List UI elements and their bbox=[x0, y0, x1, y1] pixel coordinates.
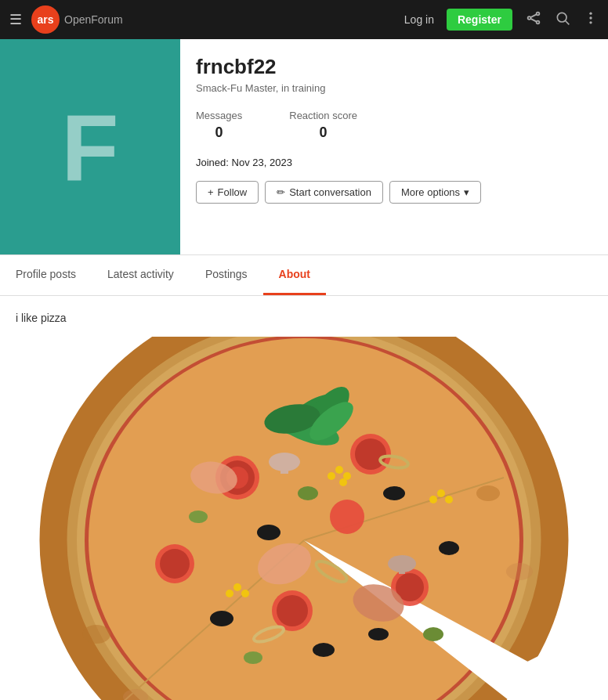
profile-stats: Messages 0 Reaction score 0 bbox=[196, 110, 592, 141]
svg-point-54 bbox=[437, 489, 445, 497]
svg-point-39 bbox=[298, 486, 318, 500]
svg-point-32 bbox=[330, 500, 364, 534]
search-icon[interactable] bbox=[555, 10, 570, 30]
svg-point-41 bbox=[423, 627, 443, 641]
logo-circle: ars bbox=[31, 5, 60, 34]
register-button[interactable]: Register bbox=[447, 9, 512, 31]
svg-line-4 bbox=[530, 18, 536, 21]
joined-label: Joined: bbox=[196, 157, 229, 168]
pizza-svg bbox=[18, 337, 590, 700]
plus-icon: + bbox=[208, 186, 214, 198]
login-link[interactable]: Log in bbox=[404, 13, 434, 26]
svg-point-49 bbox=[328, 472, 335, 480]
messages-value: 0 bbox=[196, 124, 242, 141]
tab-postings[interactable]: Postings bbox=[190, 255, 263, 295]
messages-label: Messages bbox=[196, 110, 242, 121]
svg-point-31 bbox=[277, 595, 308, 626]
svg-point-40 bbox=[189, 511, 208, 523]
svg-point-56 bbox=[429, 496, 437, 503]
svg-point-27 bbox=[160, 549, 190, 579]
tab-profile-posts[interactable]: Profile posts bbox=[0, 255, 92, 295]
reaction-value: 0 bbox=[289, 124, 357, 141]
svg-point-25 bbox=[355, 438, 386, 470]
content-area: i like pizza bbox=[0, 296, 608, 700]
avatar-letter: F bbox=[61, 100, 118, 194]
pizza-image bbox=[18, 337, 590, 700]
follow-label: Follow bbox=[218, 186, 248, 198]
svg-point-2 bbox=[537, 20, 540, 23]
navbar-right: Log in Register bbox=[404, 9, 599, 31]
svg-point-34 bbox=[383, 486, 405, 500]
svg-point-50 bbox=[339, 478, 347, 486]
svg-point-47 bbox=[335, 466, 343, 474]
tab-latest-activity[interactable]: Latest activity bbox=[92, 255, 190, 295]
tabs-bar: Profile posts Latest activity Postings A… bbox=[0, 255, 608, 296]
more-icon[interactable] bbox=[583, 10, 599, 30]
more-options-button[interactable]: More options ▾ bbox=[389, 181, 481, 204]
svg-point-35 bbox=[210, 611, 233, 626]
avatar: F bbox=[0, 39, 180, 254]
tab-about[interactable]: About bbox=[263, 255, 326, 295]
svg-point-5 bbox=[557, 13, 566, 22]
svg-point-8 bbox=[589, 16, 592, 19]
navbar: ☰ ars OpenForum Log in Register bbox=[0, 0, 608, 39]
logo-link[interactable]: ars OpenForum bbox=[31, 5, 123, 34]
navbar-left: ☰ ars OpenForum bbox=[9, 5, 123, 34]
svg-point-9 bbox=[589, 21, 592, 23]
reaction-stat: Reaction score 0 bbox=[289, 110, 357, 141]
profile-actions: + Follow ✏ Start conversation More optio… bbox=[196, 181, 592, 216]
svg-point-36 bbox=[439, 541, 459, 555]
profile-joined: Joined: Nov 23, 2023 bbox=[196, 157, 592, 168]
joined-date: Nov 23, 2023 bbox=[232, 157, 292, 168]
profile-title: Smack-Fu Master, in training bbox=[196, 82, 592, 94]
profile-section: F frncbf22 Smack-Fu Master, in training … bbox=[0, 39, 608, 255]
more-options-label: More options bbox=[401, 186, 460, 198]
network-icon[interactable] bbox=[525, 9, 542, 31]
reaction-label: Reaction score bbox=[289, 110, 357, 121]
svg-point-1 bbox=[537, 12, 540, 15]
chevron-down-icon: ▾ bbox=[464, 186, 469, 198]
profile-info: frncbf22 Smack-Fu Master, in training Me… bbox=[180, 39, 608, 254]
svg-point-33 bbox=[257, 525, 280, 540]
svg-rect-46 bbox=[399, 564, 405, 574]
svg-point-72 bbox=[506, 563, 533, 580]
logo-ars: ars bbox=[37, 13, 53, 26]
svg-point-55 bbox=[445, 496, 453, 503]
logo-subtext: OpenForum bbox=[64, 13, 123, 26]
svg-line-6 bbox=[566, 20, 570, 24]
svg-point-53 bbox=[226, 590, 233, 597]
start-conv-label: Start conversation bbox=[289, 186, 371, 198]
pizza-image-wrapper bbox=[16, 337, 592, 700]
messages-stat: Messages 0 bbox=[196, 110, 242, 141]
svg-rect-44 bbox=[280, 462, 288, 474]
start-conversation-button[interactable]: ✏ Start conversation bbox=[265, 181, 383, 204]
svg-point-37 bbox=[313, 643, 335, 657]
profile-username: frncbf22 bbox=[196, 55, 592, 79]
svg-point-42 bbox=[244, 651, 262, 664]
svg-point-51 bbox=[233, 583, 241, 591]
svg-point-71 bbox=[476, 485, 500, 501]
hamburger-icon[interactable]: ☰ bbox=[9, 11, 22, 28]
svg-point-69 bbox=[82, 625, 110, 644]
about-text: i like pizza bbox=[16, 312, 592, 324]
follow-button[interactable]: + Follow bbox=[196, 181, 259, 204]
svg-point-52 bbox=[241, 590, 249, 597]
svg-line-3 bbox=[530, 14, 536, 17]
pencil-icon: ✏ bbox=[277, 186, 285, 198]
svg-point-7 bbox=[589, 12, 592, 14]
svg-point-38 bbox=[368, 628, 389, 640]
svg-point-0 bbox=[528, 16, 531, 20]
